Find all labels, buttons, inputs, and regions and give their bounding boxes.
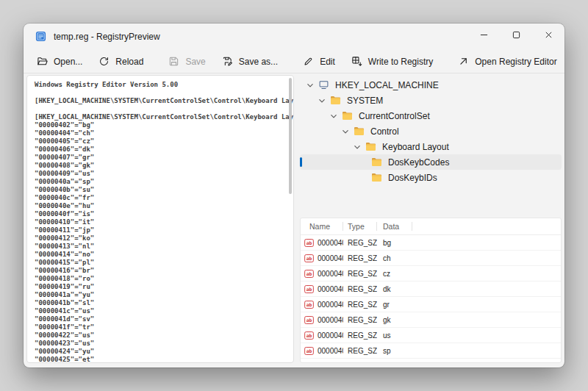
write-to-registry-button[interactable]: Write to Registry: [344, 52, 440, 71]
registry-value-row[interactable]: ab00000405REG_SZcz: [301, 266, 561, 281]
folder-icon: [354, 126, 365, 136]
tree-item-control[interactable]: Control: [300, 123, 562, 139]
value-name-cell: ab00000409: [301, 331, 343, 340]
value-name: 00000402: [318, 239, 343, 247]
folder-icon: [330, 96, 341, 105]
open-button[interactable]: Open...: [29, 52, 90, 71]
string-value-icon: ab: [304, 301, 314, 309]
open-button-label: Open...: [54, 57, 82, 67]
svg-text:ab: ab: [306, 332, 312, 338]
value-type: REG_SZ: [343, 270, 377, 278]
tree-item-label: CurrentControlSet: [359, 111, 430, 121]
value-data: bg: [377, 239, 412, 247]
value-name-cell: ab00000402: [301, 239, 343, 247]
value-type: REG_SZ: [343, 254, 377, 262]
tree-item-hkey-local-machine[interactable]: HKEY_LOCAL_MACHINE: [300, 77, 562, 93]
edit-button-label: Edit: [320, 57, 335, 67]
tree-item-keyboard-layout[interactable]: Keyboard Layout: [300, 139, 562, 154]
registry-file-editor[interactable]: Windows Registry Editor Version 5.00 [HK…: [27, 76, 293, 363]
tree-item-label: HKEY_LOCAL_MACHINE: [335, 80, 439, 90]
registry-value-row[interactable]: ab00000402REG_SZbg: [301, 235, 561, 251]
registry-value-row[interactable]: ab0000040aREG_SZsp: [301, 343, 561, 359]
tree-item-label: DosKeybCodes: [388, 157, 449, 168]
value-type: REG_SZ: [343, 285, 377, 293]
value-type: REG_SZ: [343, 331, 377, 340]
chevron-down-icon[interactable]: [306, 81, 315, 90]
write-to-registry-button-label: Write to Registry: [368, 57, 433, 67]
reload-icon: [98, 56, 110, 67]
editor-pane: Windows Registry Editor Version 5.00 [HK…: [26, 75, 294, 363]
chevron-down-icon[interactable]: [341, 127, 350, 136]
folder-icon: [342, 111, 353, 121]
value-name: 00000406: [318, 285, 343, 293]
value-data: gr: [377, 301, 412, 309]
value-name-cell: ab0000040a: [301, 347, 343, 355]
desktop-background: temp.reg - RegistryPreview Open...Reload…: [0, 0, 588, 391]
close-icon: [545, 30, 553, 41]
value-name: 00000404: [318, 254, 343, 262]
grid-body: ab00000402REG_SZbgab00000404REG_SZchab00…: [301, 235, 561, 359]
column-header-type[interactable]: Type: [343, 218, 377, 234]
registry-preview-app-icon: [35, 31, 46, 42]
chevron-down-icon[interactable]: [353, 143, 362, 151]
string-value-icon: ab: [304, 270, 314, 278]
value-type: REG_SZ: [343, 301, 377, 309]
value-name: 0000040a: [318, 347, 343, 355]
value-data: cz: [377, 270, 412, 278]
svg-text:ab: ab: [306, 348, 312, 354]
chevron-down-icon[interactable]: [329, 112, 338, 121]
close-button[interactable]: [532, 24, 564, 47]
save-button[interactable]: Save: [161, 52, 212, 71]
registry-value-row[interactable]: ab00000406REG_SZdk: [301, 281, 561, 297]
right-column: HKEY_LOCAL_MACHINESYSTEMCurrentControlSe…: [300, 75, 562, 363]
string-value-icon: ab: [304, 347, 314, 355]
open-registry-editor-icon: [458, 56, 469, 67]
window-title: temp.reg - RegistryPreview: [54, 32, 160, 42]
save-as-icon: [222, 56, 233, 67]
app-window: temp.reg - RegistryPreview Open...Reload…: [24, 24, 564, 367]
value-name-cell: ab00000404: [301, 254, 343, 262]
minimize-icon: [480, 30, 488, 41]
maximize-icon: [512, 30, 520, 41]
tree-item-label: Control: [370, 126, 399, 137]
edit-icon: [303, 56, 314, 67]
maximize-button[interactable]: [500, 24, 532, 47]
column-header-name[interactable]: Name: [301, 218, 343, 234]
registry-value-row[interactable]: ab00000404REG_SZch: [301, 251, 561, 266]
tree-item-doskeybcodes[interactable]: DosKeybCodes: [300, 154, 562, 170]
column-header-data[interactable]: Data: [377, 218, 412, 234]
value-type: REG_SZ: [343, 239, 377, 247]
value-data: us: [377, 331, 412, 340]
save-as-button-label: Save as...: [239, 57, 278, 67]
registry-value-row[interactable]: ab00000409REG_SZus: [301, 328, 561, 343]
open-icon: [37, 56, 48, 67]
save-button-label: Save: [185, 57, 205, 67]
grid-header: NameTypeData: [301, 218, 561, 235]
editor-scrollbar[interactable]: [289, 78, 292, 360]
minimize-button[interactable]: [467, 24, 500, 47]
value-name: 00000408: [318, 316, 343, 324]
chevron-down-icon[interactable]: [318, 96, 326, 105]
edit-button[interactable]: Edit: [295, 52, 343, 71]
registry-value-row[interactable]: ab00000407REG_SZgr: [301, 297, 561, 312]
main-content: Windows Registry Editor Version 5.00 [HK…: [26, 75, 562, 363]
registry-value-row[interactable]: ab00000408REG_SZgk: [301, 312, 561, 328]
value-type: REG_SZ: [343, 347, 377, 355]
svg-text:ab: ab: [306, 255, 312, 261]
tree-item-label: DosKeybIDs: [388, 173, 437, 183]
save-as-button[interactable]: Save as...: [215, 52, 285, 71]
value-data: gk: [377, 316, 412, 324]
value-name: 00000407: [318, 301, 343, 309]
string-value-icon: ab: [304, 316, 314, 324]
value-name: 00000409: [318, 331, 343, 340]
value-name-cell: ab00000408: [301, 316, 343, 324]
tree-item-doskeybids[interactable]: DosKeybIDs: [300, 170, 562, 185]
open-registry-editor-button[interactable]: Open Registry Editor: [451, 52, 564, 71]
tree-item-label: SYSTEM: [347, 96, 383, 106]
tree-item-system[interactable]: SYSTEM: [300, 93, 562, 108]
svg-text:ab: ab: [306, 270, 312, 276]
reload-button[interactable]: Reload: [91, 52, 151, 71]
tree-item-currentcontrolset[interactable]: CurrentControlSet: [300, 108, 562, 123]
editor-scrollbar-thumb[interactable]: [289, 78, 292, 194]
value-name-cell: ab00000406: [301, 285, 343, 293]
